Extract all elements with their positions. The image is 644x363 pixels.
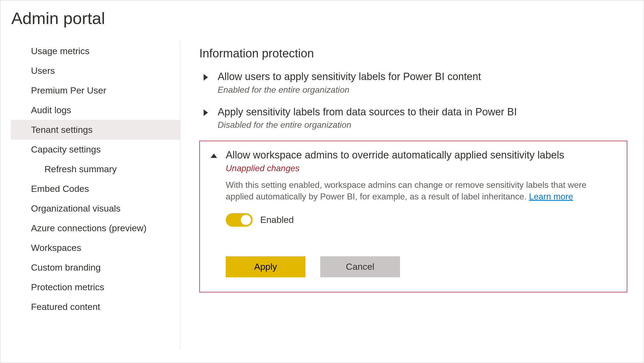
toggle-label: Enabled (260, 215, 294, 225)
cancel-button[interactable]: Cancel (320, 256, 400, 277)
section-heading: Information protection (199, 47, 627, 60)
page-title: Admin portal (1, 9, 643, 41)
setting-body: Allow workspace admins to override autom… (226, 149, 616, 277)
sidebar-item-audit-logs[interactable]: Audit logs (11, 100, 180, 120)
unapplied-changes-notice: Unapplied changes (226, 163, 616, 173)
toggle-row: Enabled (226, 213, 616, 227)
sidebar-item-organizational-visuals[interactable]: Organizational visuals (11, 199, 180, 218)
setting-body: Apply sensitivity labels from data sourc… (218, 106, 627, 130)
setting-row-override-labels[interactable]: Allow workspace admins to override autom… (207, 149, 616, 277)
sidebar-item-users[interactable]: Users (11, 61, 180, 81)
svg-marker-1 (204, 109, 208, 116)
chevron-right-icon (201, 73, 210, 82)
admin-portal-frame: Admin portal Usage metrics Users Premium… (0, 0, 644, 363)
content-row: Usage metrics Users Premium Per User Aud… (1, 41, 643, 349)
sidebar-item-capacity-settings[interactable]: Capacity settings (11, 140, 180, 159)
main-panel: Information protection Allow users to ap… (180, 41, 643, 349)
svg-marker-2 (211, 154, 217, 158)
chevron-right-icon (201, 108, 210, 117)
enabled-toggle[interactable] (226, 213, 253, 227)
setting-row-inherit-labels[interactable]: Apply sensitivity labels from data sourc… (199, 106, 627, 130)
setting-description: With this setting enabled, workspace adm… (226, 179, 608, 202)
setting-highlight-box: Allow workspace admins to override autom… (199, 141, 627, 292)
sidebar-item-tenant-settings[interactable]: Tenant settings (11, 120, 180, 140)
button-row: Apply Cancel (226, 256, 616, 277)
setting-status: Enabled for the entire organization (218, 85, 627, 95)
sidebar-item-protection-metrics[interactable]: Protection metrics (11, 277, 180, 297)
setting-title: Apply sensitivity labels from data sourc… (218, 106, 627, 119)
setting-title: Allow users to apply sensitivity labels … (218, 70, 627, 83)
apply-button[interactable]: Apply (226, 256, 305, 277)
setting-title: Allow workspace admins to override autom… (226, 149, 616, 162)
sidebar-nav: Usage metrics Users Premium Per User Aud… (1, 41, 180, 349)
toggle-knob (241, 215, 251, 225)
sidebar-item-premium-per-user[interactable]: Premium Per User (11, 81, 180, 100)
svg-marker-0 (204, 74, 208, 81)
sidebar-item-azure-connections[interactable]: Azure connections (preview) (11, 218, 180, 238)
sidebar-item-workspaces[interactable]: Workspaces (11, 238, 180, 258)
learn-more-link[interactable]: Learn more (529, 192, 573, 201)
chevron-up-icon (210, 151, 218, 160)
sidebar-item-usage-metrics[interactable]: Usage metrics (11, 41, 180, 61)
setting-status: Disabled for the entire organization (218, 120, 627, 130)
sidebar-item-refresh-summary[interactable]: Refresh summary (11, 159, 180, 179)
sidebar-item-custom-branding[interactable]: Custom branding (11, 258, 180, 277)
setting-row-apply-labels[interactable]: Allow users to apply sensitivity labels … (199, 70, 627, 95)
setting-body: Allow users to apply sensitivity labels … (218, 70, 627, 95)
sidebar-item-featured-content[interactable]: Featured content (11, 297, 180, 317)
sidebar-item-embed-codes[interactable]: Embed Codes (11, 179, 180, 199)
